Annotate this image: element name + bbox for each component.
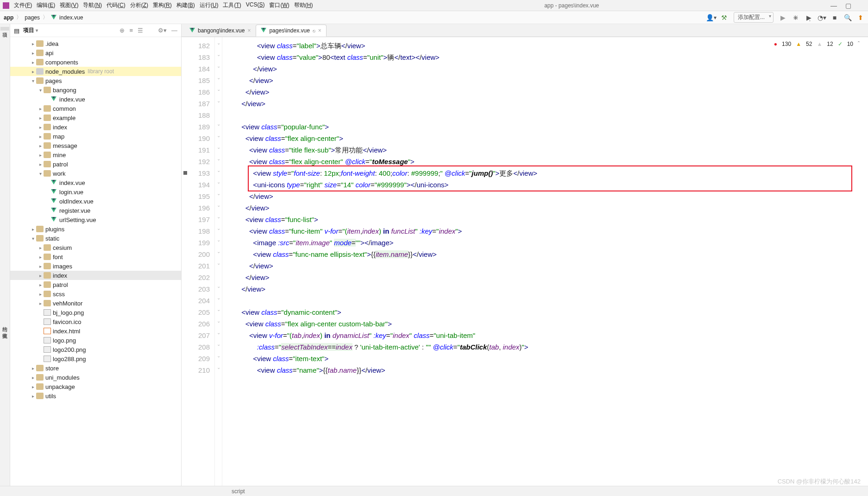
fold-handle[interactable]: ⌄ (215, 37, 222, 49)
fold-handle[interactable]: ⌄ (215, 153, 222, 165)
chevron-right-icon[interactable] (30, 41, 36, 46)
code-line[interactable]: </view> (226, 98, 868, 109)
expand-all-icon[interactable]: ≡ (129, 27, 133, 34)
fold-handle[interactable]: ⌄ (215, 350, 222, 362)
inspection-widget[interactable]: ●130 ▲52 ▲12 ✓10 ˆ (772, 40, 862, 48)
menu-编辑[interactable]: 编辑(E) (37, 1, 55, 9)
minimize-icon[interactable]: — (830, 2, 837, 9)
tree-item-urlSetting.vue[interactable]: urlSetting.vue (10, 215, 181, 224)
fold-handle[interactable]: ⌄ (215, 223, 222, 234)
tool-tab-structure[interactable]: 结构 (0, 321, 9, 324)
chevron-up-icon[interactable]: ˆ (858, 41, 860, 47)
menu-窗口[interactable]: 窗口(W) (269, 1, 289, 9)
chevron-right-icon[interactable] (37, 125, 44, 130)
tree-item-index.vue[interactable]: index.vue (10, 95, 181, 104)
tree-item-map[interactable]: map (10, 132, 181, 141)
tree-item-scss[interactable]: scss (10, 289, 181, 299)
tree-item-node_modules[interactable]: node_moduleslibrary root (10, 67, 181, 76)
tree-item-oldIndex.vue[interactable]: oldIndex.vue (10, 197, 181, 206)
fold-handle[interactable] (215, 269, 222, 280)
breadcrumb[interactable]: app 〉 pages 〉 index.vue (4, 13, 83, 21)
tree-item-example[interactable]: example (10, 113, 181, 122)
tree-item-store[interactable]: store (10, 363, 181, 373)
breadcrumb-root[interactable]: app (4, 14, 13, 21)
project-tree[interactable]: .ideaapicomponentsnode_moduleslibrary ro… (10, 37, 181, 486)
chevron-right-icon[interactable] (30, 375, 36, 380)
fold-handle[interactable]: ⌄ (215, 257, 222, 269)
menu-帮助[interactable]: 帮助(H) (294, 1, 313, 9)
chevron-right-icon[interactable] (37, 264, 44, 269)
chevron-down-icon[interactable] (30, 236, 36, 241)
fold-handle[interactable]: ⌄ (215, 315, 222, 327)
fold-handle[interactable]: ⌄ (215, 211, 222, 223)
bookmark-icon[interactable] (183, 171, 187, 175)
tree-item-pages[interactable]: pages (10, 76, 181, 85)
code-line[interactable]: <view v-for="(tab,index) in dynamicList"… (226, 330, 868, 341)
code-line[interactable] (226, 295, 868, 306)
fold-handle[interactable]: ⌄ (215, 362, 222, 373)
fold-handle[interactable]: ⌄ (215, 292, 222, 304)
tree-item-.idea[interactable]: .idea (10, 39, 181, 48)
tree-item-patrol[interactable]: patrol (10, 280, 181, 289)
tree-item-message[interactable]: message (10, 141, 181, 150)
tree-item-logo200.png[interactable]: logo200.png (10, 345, 181, 354)
tree-item-vehMonitor[interactable]: vehMonitor (10, 299, 181, 308)
code-area[interactable]: 1821831841851861871881891901911921931941… (182, 37, 868, 486)
menu-工具[interactable]: 工具(T) (223, 1, 241, 9)
status-breadcrumb[interactable]: script (232, 488, 245, 495)
project-view-select[interactable]: 项目 (23, 26, 38, 34)
close-tab-icon[interactable]: × (318, 27, 321, 34)
chevron-right-icon[interactable] (37, 153, 44, 158)
chevron-down-icon[interactable] (30, 78, 36, 83)
tree-item-cesium[interactable]: cesium (10, 243, 181, 252)
user-icon[interactable]: 👤▾ (708, 14, 715, 21)
fold-handle[interactable]: ⌄ (215, 118, 222, 130)
close-tab-icon[interactable]: × (247, 27, 251, 34)
fold-handle[interactable]: ⌄ (215, 83, 222, 95)
code-line[interactable]: <view class="name">{{tab.name}}</view> (226, 364, 868, 376)
chevron-right-icon[interactable] (30, 69, 36, 74)
code-line[interactable]: <view class="flex align-center" @click="… (226, 156, 868, 167)
chevron-right-icon[interactable] (37, 134, 44, 139)
tree-item-favicon.ico[interactable]: favicon.ico (10, 317, 181, 326)
code-line[interactable]: <view class="func-list"> (226, 214, 868, 225)
chevron-right-icon[interactable] (37, 254, 44, 260)
menu-构建[interactable]: 构建(B) (176, 1, 195, 9)
code-line[interactable]: <view class="popular-func"> (226, 121, 868, 133)
breadcrumb-folder[interactable]: pages (25, 14, 40, 21)
code-line[interactable]: <view class="dynamic-content"> (226, 306, 868, 318)
menu-导航[interactable]: 导航(N) (83, 1, 102, 9)
tree-item-mine[interactable]: mine (10, 150, 181, 159)
tree-item-images[interactable]: images (10, 261, 181, 271)
tool-tab-favorites[interactable]: 收藏夹 (0, 327, 9, 331)
tree-item-logo.png[interactable]: logo.png (10, 336, 181, 345)
chevron-right-icon[interactable] (30, 384, 36, 389)
code-line[interactable] (226, 109, 868, 121)
collapse-all-icon[interactable]: ☰ (138, 27, 143, 34)
chevron-right-icon[interactable] (30, 51, 36, 56)
fold-handle[interactable]: ⌄ (215, 246, 222, 257)
code-line[interactable]: </view> (226, 75, 868, 86)
menu-重构[interactable]: 重构(R) (153, 1, 172, 9)
fold-handle[interactable]: ⌄ (215, 130, 222, 141)
tree-item-api[interactable]: api (10, 48, 181, 57)
tree-item-login.vue[interactable]: login.vue (10, 187, 181, 197)
code-line[interactable]: <view class="flex align-center"> (226, 133, 868, 144)
run-config-select[interactable]: 添加配置... (734, 12, 774, 23)
code-line[interactable]: :class="selectTabIndex==index ? 'uni-tab… (226, 341, 868, 353)
tree-item-common[interactable]: common (10, 104, 181, 113)
chevron-right-icon[interactable] (30, 60, 36, 65)
menu-文件[interactable]: 文件(F) (14, 1, 32, 9)
fold-handle[interactable]: ⌄ (215, 280, 222, 292)
code-line[interactable]: </view> (226, 63, 868, 75)
tree-item-uni_modules[interactable]: uni_modules (10, 373, 181, 382)
tree-item-plugins[interactable]: plugins (10, 224, 181, 234)
menu-视图[interactable]: 视图(V) (60, 1, 78, 9)
code-line[interactable]: <view style="font-size: 12px;font-weight… (226, 167, 868, 179)
run-icon[interactable]: ▶ (779, 14, 786, 21)
code-line[interactable]: </view> (226, 272, 868, 283)
code-line[interactable]: <view class="flex align-center custom-ta… (226, 318, 868, 330)
fold-handle[interactable]: ⌄ (215, 199, 222, 211)
code-line[interactable]: <image :src="item.image" mode=""></image… (226, 237, 868, 248)
fold-handle[interactable]: ⌄ (215, 327, 222, 338)
